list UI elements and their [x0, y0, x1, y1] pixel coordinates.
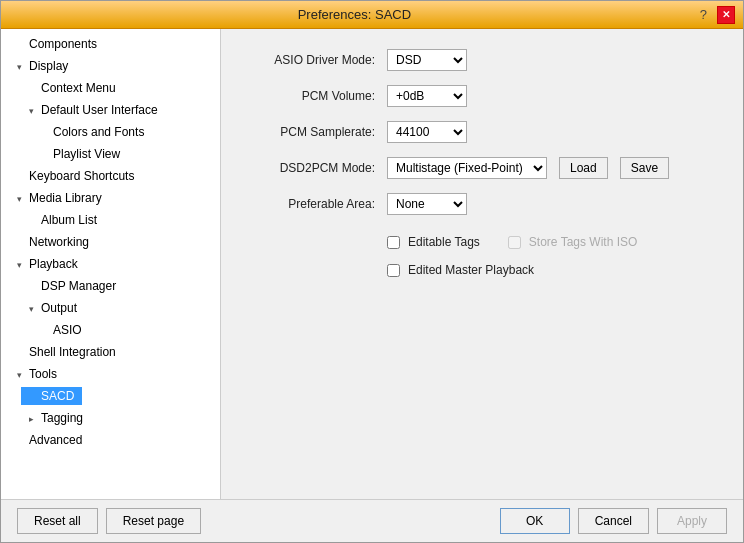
expand-icon: ▾: [13, 61, 25, 73]
dsd2pcm-row: DSD2PCM Mode: Multistage (Fixed-Point) M…: [245, 157, 719, 179]
pcm-volume-select[interactable]: +0dB -6dB -12dB: [387, 85, 467, 107]
dsd2pcm-select[interactable]: Multistage (Fixed-Point) Multistage (Flo…: [387, 157, 547, 179]
pcm-samplerate-select[interactable]: 44100 48000 88200 96000: [387, 121, 467, 143]
edited-master-label: Edited Master Playback: [408, 263, 534, 277]
asio-driver-select[interactable]: DSD PCM DoP: [387, 49, 467, 71]
pcm-volume-row: PCM Volume: +0dB -6dB -12dB: [245, 85, 719, 107]
expand-icon: [25, 288, 37, 290]
sidebar-item-playlist-view[interactable]: Playlist View: [1, 143, 220, 165]
apply-button[interactable]: Apply: [657, 508, 727, 534]
sidebar-item-playback[interactable]: ▾Playback: [1, 253, 220, 275]
sidebar-item-album-list[interactable]: Album List: [1, 209, 220, 231]
editable-tags-label: Editable Tags: [408, 235, 480, 249]
sidebar-item-context-menu[interactable]: Context Menu: [1, 77, 220, 99]
sidebar-item-colors-fonts[interactable]: Colors and Fonts: [1, 121, 220, 143]
pcm-volume-label: PCM Volume:: [245, 89, 375, 103]
right-panel: ASIO Driver Mode: DSD PCM DoP PCM Volume…: [221, 29, 743, 499]
expand-icon: [37, 156, 49, 158]
expand-icon: ▾: [13, 259, 25, 271]
expand-icon: [25, 222, 37, 224]
expand-icon: [13, 244, 25, 246]
cancel-button[interactable]: Cancel: [578, 508, 649, 534]
preferences-window: Preferences: SACD ? ✕ Components ▾Displa…: [0, 0, 744, 543]
footer: Reset all Reset page OK Cancel Apply: [1, 499, 743, 542]
editable-tags-row: Editable Tags Store Tags With ISO: [245, 235, 719, 249]
edited-master-checkbox-row: Edited Master Playback: [387, 263, 534, 277]
footer-right: OK Cancel Apply: [500, 508, 727, 534]
sidebar-item-default-ui[interactable]: ▾Default User Interface: [1, 99, 220, 121]
footer-left: Reset all Reset page: [17, 508, 201, 534]
preferable-area-row: Preferable Area: None Area 1 Area 2: [245, 193, 719, 215]
sidebar-item-asio[interactable]: ASIO: [1, 319, 220, 341]
edited-master-checkbox[interactable]: [387, 264, 400, 277]
expand-icon: [37, 134, 49, 136]
sidebar-item-sacd[interactable]: SACD: [1, 385, 220, 407]
sidebar-item-advanced[interactable]: Advanced: [1, 429, 220, 451]
sidebar-item-media-library[interactable]: ▾Media Library: [1, 187, 220, 209]
sidebar-item-keyboard-shortcuts[interactable]: Keyboard Shortcuts: [1, 165, 220, 187]
sidebar-item-networking[interactable]: Networking: [1, 231, 220, 253]
sidebar-item-tagging[interactable]: ▸Tagging: [1, 407, 220, 429]
titlebar-buttons: ? ✕: [700, 6, 735, 24]
main-content: Components ▾Display Context Menu ▾Defaul…: [1, 29, 743, 499]
store-tags-iso-row: Store Tags With ISO: [508, 235, 638, 249]
expand-icon: ▾: [25, 105, 37, 117]
sidebar-item-shell-integration[interactable]: Shell Integration: [1, 341, 220, 363]
expand-icon: [13, 354, 25, 356]
preferable-area-label: Preferable Area:: [245, 197, 375, 211]
titlebar: Preferences: SACD ? ✕: [1, 1, 743, 29]
expand-icon: [37, 332, 49, 334]
load-button[interactable]: Load: [559, 157, 608, 179]
help-button[interactable]: ?: [700, 7, 707, 22]
preferable-area-select[interactable]: None Area 1 Area 2: [387, 193, 467, 215]
sidebar-item-components[interactable]: Components: [1, 33, 220, 55]
sidebar-item-output[interactable]: ▾Output: [1, 297, 220, 319]
expand-icon: [13, 46, 25, 48]
asio-driver-label: ASIO Driver Mode:: [245, 53, 375, 67]
dsd2pcm-label: DSD2PCM Mode:: [245, 161, 375, 175]
store-tags-iso-label: Store Tags With ISO: [529, 235, 638, 249]
close-button[interactable]: ✕: [717, 6, 735, 24]
expand-icon: ▸: [25, 413, 37, 425]
editable-tags-checkbox-row: Editable Tags: [387, 235, 480, 249]
edited-master-row: Edited Master Playback: [245, 263, 719, 277]
store-tags-iso-checkbox[interactable]: [508, 236, 521, 249]
expand-icon: ▾: [13, 193, 25, 205]
pcm-samplerate-label: PCM Samplerate:: [245, 125, 375, 139]
expand-icon: ▾: [25, 303, 37, 315]
expand-icon: [25, 90, 37, 92]
editable-tags-checkbox[interactable]: [387, 236, 400, 249]
reset-all-button[interactable]: Reset all: [17, 508, 98, 534]
sidebar-item-display[interactable]: ▾Display: [1, 55, 220, 77]
expand-icon: [13, 178, 25, 180]
save-button[interactable]: Save: [620, 157, 669, 179]
expand-icon: ▾: [13, 369, 25, 381]
ok-button[interactable]: OK: [500, 508, 570, 534]
form-grid: ASIO Driver Mode: DSD PCM DoP PCM Volume…: [245, 49, 719, 277]
sidebar-item-dsp-manager[interactable]: DSP Manager: [1, 275, 220, 297]
expand-icon: [25, 398, 37, 400]
sidebar: Components ▾Display Context Menu ▾Defaul…: [1, 29, 221, 499]
asio-driver-row: ASIO Driver Mode: DSD PCM DoP: [245, 49, 719, 71]
sidebar-item-tools[interactable]: ▾Tools: [1, 363, 220, 385]
reset-page-button[interactable]: Reset page: [106, 508, 201, 534]
pcm-samplerate-row: PCM Samplerate: 44100 48000 88200 96000: [245, 121, 719, 143]
window-title: Preferences: SACD: [9, 7, 700, 22]
expand-icon: [13, 442, 25, 444]
